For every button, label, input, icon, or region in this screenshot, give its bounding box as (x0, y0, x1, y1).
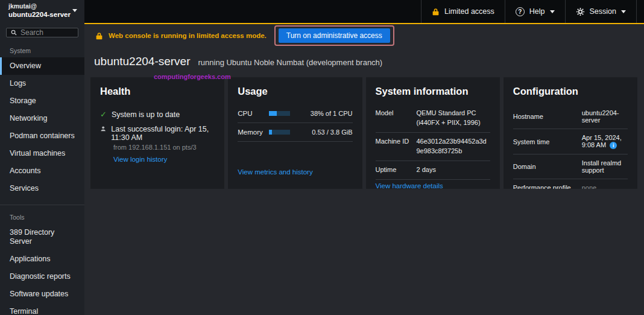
os-description: running Ubuntu Noble Numbat (development… (198, 58, 383, 67)
session-label: Session (590, 7, 616, 16)
sidebar-item-overview[interactable]: Overview (0, 57, 84, 75)
sidebar-item-applications[interactable]: Applications (0, 250, 84, 268)
uptime-value: 2 days (417, 165, 490, 175)
hostname-value: ubuntu2204-server (582, 109, 628, 124)
card-title: Health (100, 86, 215, 97)
sidebar-item-accounts[interactable]: Accounts (0, 162, 84, 180)
usage-card: Usage CPU 38% of 1 CPU Memory 0.53 / 3.8… (228, 77, 362, 189)
sidebar-item-podman-containers[interactable]: Podman containers (0, 127, 84, 145)
uptime-row: Uptime 2 days (376, 161, 490, 180)
uptime-label: Uptime (376, 165, 409, 175)
sidebar-search[interactable] (6, 28, 78, 37)
user-icon (100, 125, 106, 133)
machine-id-label: Machine ID (376, 137, 409, 156)
limited-access-label: Limited access (444, 7, 494, 16)
nav-section-tools: Tools 389 Directory Server Applications … (0, 205, 84, 315)
hostname-label: Hostname (513, 113, 577, 120)
view-login-history-link[interactable]: View login history (113, 156, 215, 163)
turn-on-administrative-access-button[interactable]: Turn on administrative access (279, 28, 390, 43)
cpu-value: 38% of 1 CPU (297, 110, 353, 117)
nav-section-system: System Overview Logs Storage Networking … (0, 39, 84, 197)
last-login-text: Last successful login: Apr 15, 11:30 AM (111, 125, 215, 142)
view-hardware-details-link[interactable]: View hardware details (376, 182, 443, 189)
cockpit-app: jkmutai@ ubuntu2204-server System Overvi… (0, 0, 644, 315)
cpu-progress-bar (269, 111, 289, 116)
sidebar: jkmutai@ ubuntu2204-server System Overvi… (0, 0, 84, 315)
help-menu[interactable]: ? Help (505, 0, 565, 23)
memory-progress-bar (269, 130, 289, 135)
main-area: Limited access ? Help Session Web consol… (84, 0, 644, 315)
host-switcher[interactable]: jkmutai@ ubuntu2204-server (0, 0, 84, 22)
machine-id-row: Machine ID 46e3012a23b94452a3d9e983c8f37… (376, 133, 490, 161)
chevron-down-icon (72, 9, 77, 12)
model-row: Model QEMU Standard PC (i440FX + PIIX, 1… (376, 104, 490, 133)
limited-access-indicator[interactable]: Limited access (421, 0, 505, 23)
gear-icon (576, 7, 585, 16)
help-icon: ? (516, 7, 525, 16)
annotation-highlight-box: Turn on administrative access (274, 25, 394, 46)
sidebar-item-diagnostic-reports[interactable]: Diagnostic reports (0, 268, 84, 285)
lock-icon (432, 8, 440, 16)
overview-cards: Health ✓ System is up to date Last succe… (84, 77, 644, 189)
sidebar-item-storage[interactable]: Storage (0, 92, 84, 110)
domain-row: Domain Install realmd support (513, 154, 628, 179)
host-name: ubuntu2204-server (8, 10, 71, 19)
sidebar-item-terminal[interactable]: Terminal (0, 303, 84, 315)
cpu-label: CPU (238, 110, 269, 117)
sidebar-item-networking[interactable]: Networking (0, 110, 84, 127)
cpu-usage-row: CPU 38% of 1 CPU (238, 104, 352, 123)
banner-message: Web console is running in limited access… (109, 32, 267, 39)
limited-access-banner: Web console is running in limited access… (84, 24, 644, 47)
sidebar-nav: System Overview Logs Storage Networking … (0, 39, 84, 315)
machine-id-value: 46e3012a23b94452a3d9e983c8f3725b (417, 137, 490, 156)
memory-usage-row: Memory 0.53 / 3.8 GiB (238, 123, 352, 142)
health-card: Health ✓ System is up to date Last succe… (90, 77, 224, 189)
card-title: Configuration (513, 86, 628, 97)
session-menu[interactable]: Session (565, 0, 637, 23)
system-information-card: System information Model QEMU Standard P… (366, 77, 500, 189)
domain-value[interactable]: Install realmd support (582, 159, 628, 174)
model-value: QEMU Standard PC (i440FX + PIIX, 1996) (417, 109, 490, 128)
sidebar-item-software-updates[interactable]: Software updates (0, 285, 84, 303)
chevron-down-icon (550, 10, 555, 13)
system-up-to-date-text: System is up to date (112, 110, 180, 119)
masthead: Limited access ? Help Session (84, 0, 644, 24)
watermark: computingforgeeks.com (154, 73, 231, 80)
nav-section-label: Tools (0, 205, 84, 224)
logged-in-user: jkmutai@ (8, 2, 71, 10)
configuration-card: Configuration Hostname ubuntu2204-server… (504, 77, 637, 189)
system-time-row: System time Apr 15, 2024, 9:08 AMi (513, 129, 628, 154)
info-icon[interactable]: i (610, 142, 617, 149)
performance-profile-value: none (582, 184, 628, 189)
system-time-label: System time (513, 138, 577, 145)
lock-icon (95, 32, 103, 40)
memory-label: Memory (238, 129, 269, 136)
hostname-row: Hostname ubuntu2204-server (513, 104, 628, 129)
page-title: ubuntu2204-server (94, 55, 191, 68)
sidebar-item-virtual-machines[interactable]: Virtual machines (0, 145, 84, 162)
sidebar-item-389-directory-server[interactable]: 389 Directory Server (0, 224, 84, 250)
check-icon: ✓ (100, 110, 107, 119)
performance-profile-label: Performance profile (513, 184, 577, 189)
search-icon (11, 29, 17, 36)
model-label: Model (376, 109, 409, 128)
sidebar-item-logs[interactable]: Logs (0, 75, 84, 92)
chevron-down-icon (621, 10, 626, 13)
search-input[interactable] (21, 28, 74, 37)
card-title: System information (376, 86, 490, 97)
help-label: Help (529, 7, 545, 16)
sidebar-item-services[interactable]: Services (0, 180, 84, 197)
domain-label: Domain (513, 163, 577, 170)
view-metrics-and-history-link[interactable]: View metrics and history (238, 168, 312, 176)
memory-value: 0.53 / 3.8 GiB (297, 129, 353, 136)
nav-section-label: System (0, 39, 84, 57)
card-title: Usage (238, 86, 352, 97)
last-login-detail: from 192.168.1.151 on pts/3 (113, 144, 215, 151)
performance-profile-row: Performance profile none (513, 179, 628, 189)
